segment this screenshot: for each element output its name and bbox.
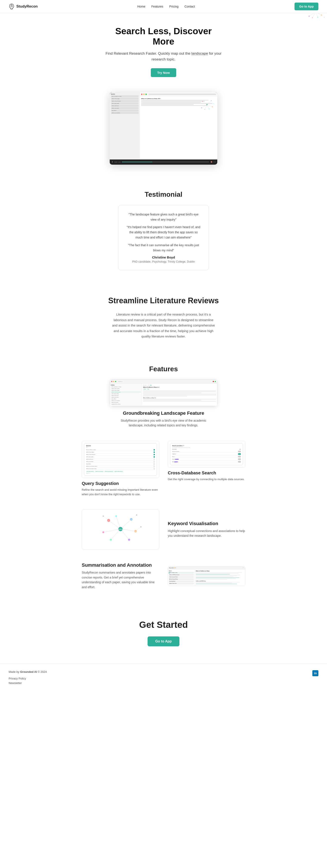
- testimonial-role: PhD candidate, Psychology, Trinity Colle…: [126, 260, 201, 263]
- cross-db-image: Search providers ℹ Choose from which sou…: [168, 441, 245, 467]
- footer-newsletter-link[interactable]: Newsletter: [9, 681, 47, 685]
- footer-privacy-link[interactable]: Privacy Policy: [9, 677, 47, 680]
- features-title: Features: [4, 365, 323, 373]
- video-controls[interactable]: ⏸ 0:04 / 1:10 🔇 ⛶: [110, 159, 217, 165]
- fullscreen-icon[interactable]: ⛶: [214, 161, 216, 163]
- footer-right: in: [313, 670, 318, 676]
- footer: Made by Grounded AI © 2024 Privacy Polic…: [0, 663, 327, 692]
- logo-icon: [9, 3, 14, 9]
- keyword-viz-description: Highlight conceptual connections and ass…: [168, 529, 245, 538]
- landscape-description: StudyRecon provides you with a bird's ey…: [121, 418, 206, 428]
- nav-contact[interactable]: Contact: [185, 5, 195, 8]
- video-main-content: Effect of Caffeine on Sleep ★ ★: [140, 92, 217, 159]
- svg-text:REM: REM: [130, 519, 132, 520]
- cross-db-description: Get the right coverage by connecting to …: [168, 477, 245, 482]
- svg-point-54: [103, 516, 104, 517]
- svg-point-0: [11, 5, 12, 7]
- video-content: Queries effect of caffeine on sleep caff…: [110, 92, 217, 159]
- landscape-title: Groundbreaking Landscape Feature: [121, 410, 206, 416]
- cross-db-feature: Search providers ℹ Choose from which sou…: [168, 441, 245, 482]
- landscape-feature-image: StudyRecon Outline effect of caffeine on…: [110, 379, 217, 406]
- svg-text:sleep: sleep: [107, 520, 110, 521]
- navbar: StudyRecon Home Features Pricing Contact…: [0, 0, 327, 13]
- svg-line-36: [109, 520, 121, 529]
- play-icon[interactable]: ⏸: [111, 161, 113, 163]
- svg-point-56: [140, 526, 141, 528]
- cross-db-title: Cross-Database Search: [168, 470, 245, 475]
- footer-left: Made by Grounded AI © 2024 Privacy Polic…: [9, 670, 47, 686]
- nav-features[interactable]: Features: [152, 5, 163, 8]
- mock-paper-title: Effect of Caffeine on Sleep ★ ★: [143, 386, 216, 388]
- get-started-section: Get Started Go to App: [0, 602, 327, 663]
- feature-grid: Queries Ann ▼ effect of caffeine on slee…: [82, 441, 245, 497]
- nav-pricing[interactable]: Pricing: [169, 5, 178, 8]
- demo-video[interactable]: Queries effect of caffeine on sleep caff…: [110, 92, 217, 165]
- svg-line-37: [121, 519, 131, 529]
- testimonial-box: "The landscape feature gives such a grea…: [118, 205, 209, 271]
- svg-line-38: [121, 529, 135, 531]
- svg-text:insomnia: insomnia: [128, 540, 131, 540]
- keyword-viz-feature: caffeine sleep REM adenosine insomnia co…: [82, 509, 245, 550]
- svg-line-13: [207, 104, 209, 109]
- summarisation-image: Top results 🏆 ▼ ⊞ ☰ Papers Effect of Caf…: [168, 566, 245, 586]
- testimonial-quote-2: "It's helped me find papers I haven't ev…: [126, 225, 201, 240]
- logo[interactable]: StudyRecon: [9, 3, 38, 9]
- volume-icon[interactable]: 🔇: [210, 161, 212, 163]
- linkedin-icon[interactable]: in: [313, 670, 318, 676]
- hero-description: Find Relevant Research Faster. Quickly m…: [103, 51, 224, 62]
- svg-line-9: [203, 101, 207, 104]
- query-title: Query Suggestion: [82, 481, 159, 486]
- get-started-cta-button[interactable]: Go to App: [148, 637, 179, 646]
- testimonial-title: Testimonial: [4, 190, 323, 198]
- footer-made-by: Made by Grounded AI © 2024: [9, 670, 47, 674]
- hero-cta-button[interactable]: Try Now: [151, 68, 176, 77]
- testimonial-quote-1: "The landscape feature gives such a grea…: [126, 212, 201, 222]
- summarisation-description: StudyRecon summarises and annotates pape…: [82, 570, 159, 589]
- features-section: Features StudyRecon Outline effect of ca…: [0, 352, 327, 602]
- svg-line-12: [202, 104, 207, 108]
- summarisation-feature: Summarisation and Annotation StudyRecon …: [82, 562, 245, 589]
- testimonial-author: Christine Boyd: [126, 255, 201, 259]
- streamline-description: Literature review is a critical part of …: [112, 312, 215, 339]
- testimonial-section: Testimonial "The landscape feature gives…: [0, 178, 327, 283]
- landscape-feature-caption: Groundbreaking Landscape Feature StudyRe…: [121, 410, 206, 428]
- keyword-viz-text: Keyword Visualisation Highlight conceptu…: [168, 521, 245, 538]
- nav-cta-button[interactable]: Go to App: [295, 3, 318, 10]
- svg-point-52: [102, 531, 104, 533]
- query-description: Refine the search and avoid missing impo…: [82, 488, 159, 497]
- svg-text:cortisol: cortisol: [109, 540, 112, 540]
- keyword-viz-image: caffeine sleep REM adenosine insomnia co…: [82, 509, 159, 550]
- query-image: Queries Ann ▼ effect of caffeine on slee…: [82, 441, 159, 478]
- keyword-viz-title: Keyword Visualisation: [168, 521, 245, 526]
- testimonial-quote-3: "The fact that it can summarise all the …: [126, 243, 201, 253]
- streamline-title: Streamline Literature Reviews: [4, 296, 323, 305]
- hero-section: Search Less, Discover More Find Relevant…: [99, 13, 228, 86]
- svg-line-11: [207, 104, 212, 107]
- summarisation-text: Summarisation and Annotation StudyRecon …: [82, 562, 159, 589]
- svg-line-14: [205, 104, 207, 109]
- query-feature: Queries Ann ▼ effect of caffeine on slee…: [82, 441, 159, 497]
- nav-home[interactable]: Home: [137, 5, 145, 8]
- summarisation-title: Summarisation and Annotation: [82, 562, 159, 568]
- svg-text:caffeine: caffeine: [119, 529, 123, 530]
- hero-title: Search Less, Discover More: [103, 26, 224, 47]
- nav-links: Home Features Pricing Contact: [137, 5, 195, 8]
- svg-point-55: [136, 515, 137, 516]
- video-sidebar: Queries effect of caffeine on sleep caff…: [110, 92, 140, 159]
- streamline-section: Streamline Literature Reviews Literature…: [0, 283, 327, 352]
- svg-point-53: [115, 515, 117, 517]
- video-progress-bar[interactable]: [122, 162, 209, 162]
- get-started-title: Get Started: [4, 620, 323, 630]
- svg-text:adenosine: adenosine: [134, 531, 137, 532]
